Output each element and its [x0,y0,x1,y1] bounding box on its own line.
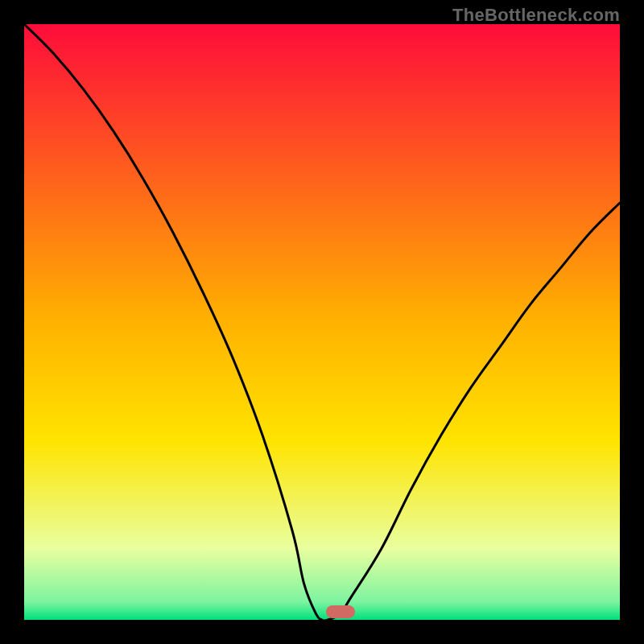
optimal-marker [326,605,355,618]
chart-svg [24,24,620,620]
watermark-text: TheBottleneck.com [452,5,620,26]
chart-frame: TheBottleneck.com [0,0,644,644]
gradient-bg [24,24,620,620]
plot-area [24,24,620,620]
